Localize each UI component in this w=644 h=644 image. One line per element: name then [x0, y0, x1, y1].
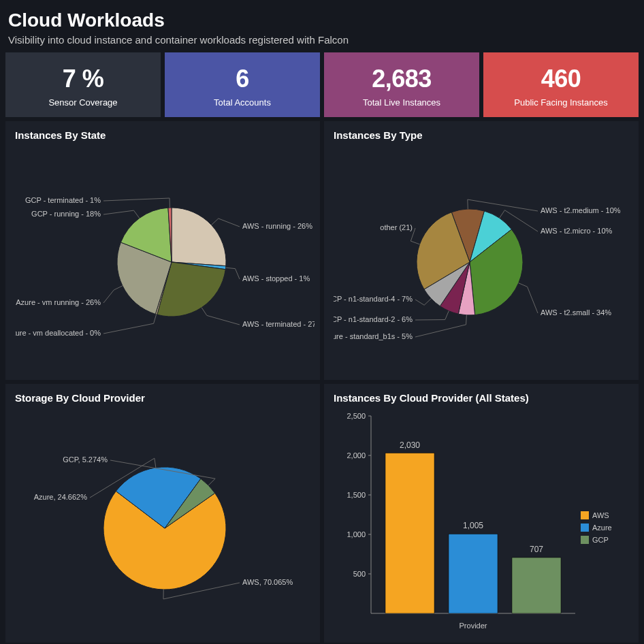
svg-text:Azure - vm deallocated - 0%: Azure - vm deallocated - 0%	[15, 329, 101, 337]
svg-rect-31	[449, 534, 498, 613]
panel-instances-by-state: Instances By State AWS - running - 26%AW…	[5, 121, 320, 380]
svg-text:Azure - standard_b1s - 5%: Azure - standard_b1s - 5%	[334, 332, 413, 340]
svg-text:AWS - t2.micro - 10%: AWS - t2.micro - 10%	[541, 227, 613, 235]
kpi-sensor-coverage[interactable]: 7 % Sensor Coverage	[5, 52, 161, 117]
svg-text:707: 707	[530, 545, 543, 554]
panel-title: Instances By Cloud Provider (All States)	[334, 392, 629, 404]
svg-text:AWS - running - 26%: AWS - running - 26%	[242, 222, 312, 230]
svg-text:AWS, 70.065%: AWS, 70.065%	[242, 578, 293, 586]
panel-title: Instances By Type	[334, 129, 629, 141]
svg-text:AWS: AWS	[592, 511, 609, 519]
svg-text:Provider: Provider	[460, 622, 487, 630]
svg-text:Azure - vm running - 26%: Azure - vm running - 26%	[16, 298, 101, 306]
kpi-value: 460	[489, 65, 633, 93]
svg-text:GCP - terminated - 1%: GCP - terminated - 1%	[25, 196, 101, 204]
panel-storage-by-provider: Storage By Cloud Provider AWS, 70.065%Az…	[5, 384, 320, 643]
svg-text:AWS - stopped - 1%: AWS - stopped - 1%	[242, 274, 310, 283]
panel-grid: Instances By State AWS - running - 26%AW…	[4, 117, 640, 643]
svg-text:other (21): other (21)	[380, 223, 413, 231]
kpi-label: Sensor Coverage	[11, 97, 155, 108]
panel-instances-by-type: Instances By Type AWS - t2.medium - 10%A…	[324, 121, 639, 380]
chart-instances-by-type[interactable]: AWS - t2.medium - 10%AWS - t2.micro - 10…	[334, 146, 629, 370]
svg-text:GCP, 5.274%: GCP, 5.274%	[63, 455, 108, 464]
kpi-value: 6	[170, 65, 315, 93]
svg-text:2,000: 2,000	[347, 451, 366, 460]
chart-instances-by-state[interactable]: AWS - running - 26%AWS - stopped - 1%AWS…	[15, 146, 310, 370]
kpi-public-facing[interactable]: 460 Public Facing Instances	[483, 52, 639, 117]
panel-title: Instances By State	[15, 129, 310, 141]
kpi-row: 7 % Sensor Coverage 6 Total Accounts 2,6…	[4, 52, 640, 117]
kpi-value: 2,683	[329, 65, 474, 93]
chart-storage-by-provider[interactable]: AWS, 70.065%Azure, 24.662%GCP, 5.274%	[15, 409, 310, 632]
kpi-total-accounts[interactable]: 6 Total Accounts	[165, 52, 320, 117]
kpi-label: Total Accounts	[170, 97, 315, 108]
svg-text:1,000: 1,000	[347, 530, 366, 538]
svg-text:2,500: 2,500	[347, 412, 366, 420]
panel-title: Storage By Cloud Provider	[15, 392, 310, 404]
page-header: Cloud Workloads Visibility into cloud in…	[4, 7, 640, 52]
panel-instances-by-provider: Instances By Cloud Provider (All States)…	[324, 384, 639, 643]
kpi-value: 7 %	[11, 65, 155, 93]
svg-text:1,005: 1,005	[463, 521, 483, 530]
svg-rect-33	[512, 558, 561, 613]
svg-text:Azure, 24.662%: Azure, 24.662%	[34, 493, 87, 501]
svg-text:500: 500	[353, 570, 366, 578]
svg-rect-36	[581, 511, 589, 519]
svg-rect-38	[581, 524, 589, 532]
chart-instances-by-provider[interactable]: 5001,0001,5002,0002,5002,0301,005707Prov…	[334, 409, 629, 632]
svg-text:GCP: GCP	[592, 536, 609, 544]
svg-text:GCP - n1-standard-2 - 6%: GCP - n1-standard-2 - 6%	[334, 315, 413, 323]
page-subtitle: Visibility into cloud instance and conta…	[8, 34, 636, 46]
kpi-label: Public Facing Instances	[489, 97, 633, 108]
svg-text:GCP - running - 18%: GCP - running - 18%	[31, 210, 101, 218]
svg-text:2,030: 2,030	[400, 440, 420, 450]
svg-text:Azure: Azure	[592, 524, 612, 532]
svg-rect-40	[581, 536, 589, 544]
svg-text:1,500: 1,500	[347, 491, 366, 499]
kpi-label: Total Live Instances	[329, 97, 474, 108]
svg-text:AWS - t2.medium - 10%: AWS - t2.medium - 10%	[541, 206, 621, 214]
kpi-total-live-instances[interactable]: 2,683 Total Live Instances	[324, 52, 479, 117]
svg-text:AWS - terminated - 27%: AWS - terminated - 27%	[242, 320, 315, 328]
page-title: Cloud Workloads	[8, 10, 636, 31]
svg-text:GCP - n1-standard-4 - 7%: GCP - n1-standard-4 - 7%	[334, 295, 413, 303]
svg-rect-29	[385, 453, 434, 613]
svg-text:AWS - t2.small - 34%: AWS - t2.small - 34%	[541, 308, 611, 317]
